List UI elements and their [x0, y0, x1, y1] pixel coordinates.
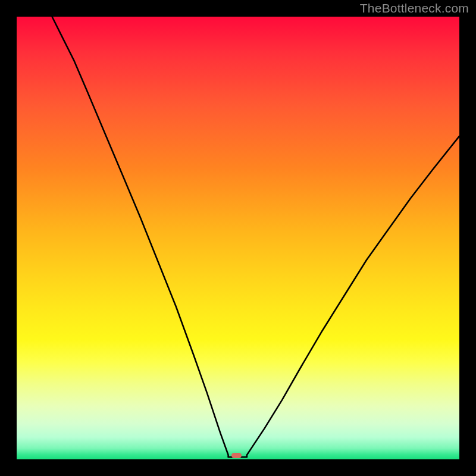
min-marker [231, 453, 242, 458]
watermark-text: TheBottleneck.com [360, 1, 469, 15]
bottleneck-curve [17, 17, 459, 459]
outer-frame: TheBottleneck.com [0, 0, 476, 476]
curve-path [52, 17, 460, 457]
